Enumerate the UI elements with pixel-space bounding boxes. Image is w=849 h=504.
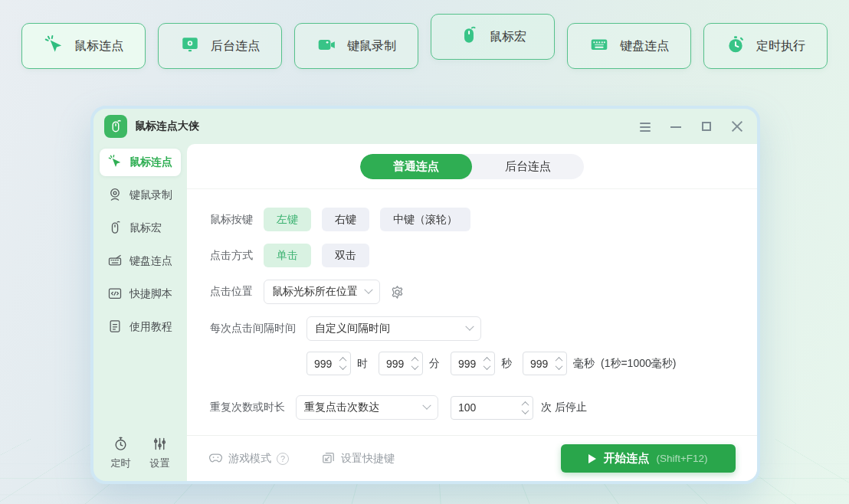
maximize-icon[interactable] xyxy=(700,120,713,133)
millis-stepper[interactable] xyxy=(523,352,567,375)
minutes-unit: 分 xyxy=(429,357,440,371)
sidebar-item-mouse-clicker[interactable]: 鼠标连点 xyxy=(100,149,181,176)
right-button-chip[interactable]: 右键 xyxy=(322,208,369,231)
stepper-arrows-icon[interactable] xyxy=(556,357,562,370)
sidebar: 鼠标连点 键鼠录制 鼠标宏 键盘连点 快捷脚本 使用教程 xyxy=(93,144,187,481)
millis-unit: 毫秒 xyxy=(573,357,595,371)
interval-note: (1秒=1000毫秒) xyxy=(601,357,676,371)
top-nav-keyboard-clicker[interactable]: 键盘连点 xyxy=(567,23,691,69)
millis-input[interactable] xyxy=(530,358,553,370)
settings-form: 鼠标按键 左键 右键 中键（滚轮） 点击方式 单击 双击 点击位置 鼠标光标所在… xyxy=(187,189,757,432)
sidebar-item-label: 鼠标宏 xyxy=(129,221,162,235)
sidebar-item-label: 使用教程 xyxy=(129,320,172,334)
selected-value: 自定义间隔时间 xyxy=(315,322,467,335)
sidebar-settings-button[interactable]: 设置 xyxy=(150,436,170,470)
window-title: 鼠标连点大侠 xyxy=(135,119,199,133)
keyboard-icon xyxy=(589,34,609,57)
click-mode-label: 点击方式 xyxy=(210,249,253,263)
stopwatch-icon xyxy=(113,436,129,454)
sidebar-item-label: 键鼠录制 xyxy=(129,188,172,202)
top-nav-mouse-macro[interactable]: 鼠标宏 xyxy=(431,14,555,60)
play-icon xyxy=(588,454,596,463)
top-nav-label: 鼠标连点 xyxy=(74,38,123,54)
window-controls xyxy=(639,120,743,133)
seconds-stepper[interactable] xyxy=(451,352,495,375)
mode-tab-row: 普通连点 后台连点 xyxy=(187,144,757,189)
sidebar-timer-button[interactable]: 定时 xyxy=(111,436,131,470)
menu-icon[interactable] xyxy=(639,120,651,133)
cursor-click-icon xyxy=(44,34,64,57)
mode-toggle: 普通连点 后台连点 xyxy=(360,154,584,179)
click-position-label: 点击位置 xyxy=(210,285,253,299)
document-icon xyxy=(107,319,123,336)
timer-icon xyxy=(726,34,746,57)
repeat-type-select[interactable]: 重复点击次数达 xyxy=(296,395,438,420)
top-nav-mouse-clicker[interactable]: 鼠标连点 xyxy=(21,23,146,69)
gamepad-icon xyxy=(208,450,223,467)
sidebar-item-mouse-macro[interactable]: 鼠标宏 xyxy=(100,214,181,242)
hotkey-setting-label: 设置快捷键 xyxy=(341,452,395,466)
top-nav-label: 键盘连点 xyxy=(620,38,669,54)
sidebar-item-label: 快捷脚本 xyxy=(129,287,172,301)
sidebar-item-keyboard-clicker[interactable]: 键盘连点 xyxy=(100,247,181,275)
top-nav-record[interactable]: 键鼠录制 xyxy=(294,23,418,69)
sidebar-tool-label: 定时 xyxy=(111,457,131,470)
repeat-count-input[interactable] xyxy=(458,401,520,414)
top-nav: 鼠标连点 后台连点 键鼠录制 鼠标宏 键盘连点 定时执行 xyxy=(21,23,828,69)
hotkey-icon xyxy=(321,450,336,467)
monitor-icon xyxy=(180,34,200,57)
mouse-button-label: 鼠标按键 xyxy=(210,213,253,227)
left-button-chip[interactable]: 左键 xyxy=(264,208,311,231)
seconds-input[interactable] xyxy=(458,358,481,370)
hours-input[interactable] xyxy=(314,358,337,370)
interval-row: 每次点击间隔时间 自定义间隔时间 xyxy=(210,316,757,341)
sidebar-item-quick-script[interactable]: 快捷脚本 xyxy=(100,280,181,308)
webcam-icon xyxy=(107,187,123,205)
stepper-arrows-icon[interactable] xyxy=(412,357,418,370)
top-nav-scheduled-run[interactable]: 定时执行 xyxy=(703,23,828,69)
chevron-down-icon xyxy=(422,401,431,410)
minutes-input[interactable] xyxy=(386,358,409,370)
stepper-arrows-icon[interactable] xyxy=(484,357,490,370)
titlebar: 鼠标连点大侠 xyxy=(93,109,757,144)
hours-stepper[interactable] xyxy=(306,352,351,375)
start-clicking-button[interactable]: 开始连点 (Shift+F12) xyxy=(561,444,736,473)
app-logo-mouse-icon xyxy=(104,115,127,138)
close-icon[interactable] xyxy=(731,120,743,133)
start-button-hotkey: (Shift+F12) xyxy=(656,453,707,464)
mouse-icon xyxy=(107,220,123,237)
video-camera-icon xyxy=(316,34,336,57)
sidebar-item-tutorial[interactable]: 使用教程 xyxy=(100,313,181,341)
app-window: 鼠标连点大侠 鼠标连点 键鼠录制 鼠标宏 键盘连点 xyxy=(90,106,760,484)
sidebar-tool-label: 设置 xyxy=(150,457,170,470)
mouse-button-row: 鼠标按键 左键 右键 中键（滚轮） xyxy=(210,208,757,231)
double-click-chip[interactable]: 双击 xyxy=(322,244,369,267)
top-nav-label: 键鼠录制 xyxy=(347,38,396,54)
minimize-icon[interactable] xyxy=(670,120,682,133)
action-footer: 游戏模式 ? 设置快捷键 开始连点 (Shift+F12) xyxy=(187,435,757,481)
tab-background-click[interactable]: 后台连点 xyxy=(472,154,584,179)
sidebar-item-record[interactable]: 键鼠录制 xyxy=(100,182,181,209)
main-panel: 普通连点 后台连点 鼠标按键 左键 右键 中键（滚轮） 点击方式 单击 双击 xyxy=(187,144,757,481)
click-position-row: 点击位置 鼠标光标所在位置 xyxy=(210,280,757,304)
top-nav-background-clicker[interactable]: 后台连点 xyxy=(158,23,282,69)
selected-value: 鼠标光标所在位置 xyxy=(272,285,365,299)
middle-button-chip[interactable]: 中键（滚轮） xyxy=(380,208,470,231)
sidebar-bottom-tools: 定时 设置 xyxy=(100,436,181,470)
help-icon[interactable]: ? xyxy=(277,453,289,465)
chevron-down-icon xyxy=(364,286,372,294)
repeat-label: 重复次数或时长 xyxy=(210,401,285,414)
stepper-arrows-icon[interactable] xyxy=(523,401,528,414)
tab-normal-click[interactable]: 普通连点 xyxy=(360,154,472,179)
game-mode-toggle[interactable]: 游戏模式 ? xyxy=(208,450,289,467)
interval-type-select[interactable]: 自定义间隔时间 xyxy=(306,316,481,341)
repeat-count-stepper[interactable] xyxy=(451,396,533,420)
position-settings-button[interactable] xyxy=(389,284,405,300)
mouse-icon xyxy=(459,25,479,48)
hotkey-setting-button[interactable]: 设置快捷键 xyxy=(321,450,395,467)
single-click-chip[interactable]: 单击 xyxy=(264,244,311,267)
click-position-select[interactable]: 鼠标光标所在位置 xyxy=(264,280,380,304)
click-mode-row: 点击方式 单击 双击 xyxy=(210,244,757,267)
stepper-arrows-icon[interactable] xyxy=(340,357,346,370)
minutes-stepper[interactable] xyxy=(379,352,423,375)
